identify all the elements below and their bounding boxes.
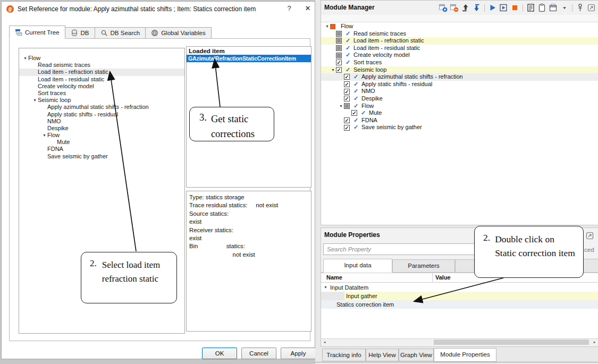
status-check-icon: ✓ xyxy=(344,66,352,74)
module-checkbox[interactable]: ✓ xyxy=(344,81,350,87)
panel-menu-icon[interactable] xyxy=(587,3,596,12)
ok-button[interactable]: OK xyxy=(202,348,237,359)
scroll-right-icon[interactable]: ▸ xyxy=(591,339,598,345)
help-button[interactable]: ? xyxy=(284,4,294,14)
run-flow-icon[interactable] xyxy=(499,3,508,12)
report-icon[interactable] xyxy=(526,3,535,12)
module-checkbox[interactable] xyxy=(336,45,342,51)
prop-row-statics-correction-item[interactable]: Statics correction item xyxy=(321,300,598,309)
expander-icon[interactable]: ▾ xyxy=(330,66,336,74)
scroll-left-icon[interactable]: ◂ xyxy=(321,339,328,345)
mm-tree-row-flow[interactable]: ▾✓Flow xyxy=(321,103,598,110)
tab-global-variables[interactable]: Global Variables xyxy=(146,27,212,39)
module-checkbox[interactable]: ✓ xyxy=(344,125,350,131)
tree-item-label: Flow xyxy=(47,132,60,139)
callout-select-load-item: 2. Select load item refraction static xyxy=(81,252,177,303)
dlg-tree-row-flow[interactable]: ▾Flow xyxy=(19,55,184,62)
module-checkbox[interactable]: ✓ xyxy=(344,89,350,95)
expander-icon[interactable]: ▾ xyxy=(32,97,38,104)
tab-db[interactable]: DB xyxy=(65,27,95,39)
bottom-tab-help-view[interactable]: Help View xyxy=(366,349,399,361)
dlg-tree-row-sort-traces[interactable]: ▾Sort traces xyxy=(19,90,184,97)
loaded-item-header: Loaded item xyxy=(187,47,311,55)
module-checkbox[interactable] xyxy=(336,31,342,37)
mm-tree-row-seismic-loop[interactable]: ▾✓✓Seismic loop xyxy=(321,66,598,74)
column-divider[interactable] xyxy=(432,273,433,283)
prop-row-input-gather[interactable]: Input gather xyxy=(321,292,598,300)
mm-tree-row-flow[interactable]: ▾Flow xyxy=(321,23,598,30)
mm-tree-row-save-seismic-by-gather[interactable]: ▾✓✓Save seismic by gather xyxy=(321,124,598,131)
module-checkbox[interactable]: ✓ xyxy=(344,117,350,123)
caret-down-icon[interactable] xyxy=(560,3,569,12)
apply-button[interactable]: Apply xyxy=(281,348,316,359)
expander-icon[interactable]: ▾ xyxy=(22,55,28,62)
bottom-tab-graph-view[interactable]: Graph View xyxy=(399,349,434,361)
module-checkbox[interactable]: ✓ xyxy=(336,67,342,73)
bottom-tab-tracking-info[interactable]: Tracking info xyxy=(322,349,366,361)
module-checkbox[interactable] xyxy=(336,53,342,58)
update-down-icon[interactable] xyxy=(472,3,481,12)
loaded-item-selected[interactable]: GAzimutalRefractionStaticCorrectionItem xyxy=(187,55,311,62)
pin-icon[interactable] xyxy=(576,3,585,12)
module-checkbox[interactable] xyxy=(344,103,350,109)
module-checkbox[interactable]: ✓ xyxy=(344,96,350,101)
mm-tree-row-load-item-residual-static[interactable]: ▾✓Load item - residual static xyxy=(321,45,598,52)
scrollbar-thumb[interactable] xyxy=(434,340,589,345)
stop-icon[interactable] xyxy=(510,3,519,12)
dlg-tree-row-despike[interactable]: ▾Despike xyxy=(19,125,184,132)
mm-tree-row-despike[interactable]: ▾✓✓Despike xyxy=(321,95,598,103)
mm-tree-row-sort-traces[interactable]: ▾✓✓Sort traces xyxy=(321,59,598,66)
expander-icon[interactable]: ▾ xyxy=(41,132,47,139)
tab-parameters[interactable]: Parameters xyxy=(392,259,455,273)
dlg-tree-row-apply-azimuthal-static-shifts-refraction[interactable]: ▾Apply azimuthal static shifts - refract… xyxy=(19,104,184,111)
expander-icon[interactable]: ▾ xyxy=(324,23,330,30)
mm-tree-row-nmo[interactable]: ▾✓✓NMO xyxy=(321,88,598,95)
new-window-icon[interactable] xyxy=(549,3,558,12)
dlg-tree-row-save-seismic-by-gather[interactable]: ▾Save seismic by gather xyxy=(19,153,184,160)
dlg-tree-row-seismic-loop[interactable]: ▾Seismic loop xyxy=(19,97,184,104)
dlg-tree-row-load-item-refraction-static[interactable]: ▾Load item - refraction static xyxy=(19,69,184,75)
dlg-tree-row-fdna[interactable]: ▾FDNA xyxy=(19,146,184,153)
tree-icon xyxy=(15,29,22,36)
remove-module-icon[interactable] xyxy=(450,3,459,12)
mm-tree-row-read-seismic-traces[interactable]: ▾✓Read seismic traces xyxy=(321,30,598,38)
status-check-icon: ✓ xyxy=(344,37,352,45)
expander-icon[interactable]: ▾ xyxy=(338,103,344,110)
cancel-button[interactable]: Cancel xyxy=(241,348,276,359)
commit-up-icon[interactable] xyxy=(461,3,470,12)
mm-tree-row-load-item-refraction-static[interactable]: ▾✓Load item - refraction static xyxy=(321,37,598,45)
dlg-tree-row-read-seismic-traces[interactable]: ▾Read seismic traces xyxy=(19,62,184,69)
module-checkbox[interactable]: ✓ xyxy=(344,74,350,80)
tab-input-data[interactable]: Input data xyxy=(323,259,392,273)
paste-icon[interactable] xyxy=(537,3,546,12)
dlg-tree-row-apply-static-shifts-residual[interactable]: ▾Apply static shifts - residual xyxy=(19,111,184,118)
mm-tree-row-fdna[interactable]: ▾✓✓FDNA xyxy=(321,117,598,124)
dlg-tree-row-flow[interactable]: ▾Flow xyxy=(19,132,184,139)
dlg-tree-row-nmo[interactable]: ▾NMO xyxy=(19,118,184,125)
module-manager-tree[interactable]: ▾Flow▾✓Read seismic traces▾✓Load item - … xyxy=(321,23,598,225)
mm-tree-row-mute[interactable]: ▾✓✓Mute xyxy=(321,109,598,117)
run-icon[interactable] xyxy=(488,3,497,12)
dlg-tree-row-load-item-residual-static[interactable]: ▾Load item - residual static xyxy=(19,76,184,83)
module-checkbox[interactable]: ✓ xyxy=(351,110,357,116)
application-window: g Set Reference for module: Apply azimut… xyxy=(0,0,598,364)
tree-item-label: Sort traces xyxy=(38,90,66,97)
horizontal-scrollbar[interactable]: ◂ ▸ xyxy=(321,338,598,345)
expander-icon[interactable]: ▾ xyxy=(323,283,329,292)
module-manager-header: Module Manager xyxy=(321,1,598,15)
bottom-tab-module-properties[interactable]: Module Properties xyxy=(434,348,496,362)
dlg-tree-row-create-velocity-model[interactable]: ▾Create velocity model xyxy=(19,83,184,90)
mm-tree-row-create-velocity-model[interactable]: ▾✓Create velocity model xyxy=(321,52,598,59)
tab-db-search[interactable]: DB Search xyxy=(95,27,146,39)
status-check-icon: ✓ xyxy=(352,73,360,81)
module-checkbox[interactable] xyxy=(336,38,342,44)
close-icon[interactable]: ✕ xyxy=(302,4,313,14)
dlg-tree-row-mute[interactable]: ▾Mute xyxy=(19,139,184,146)
float-panel-icon[interactable] xyxy=(585,231,594,240)
module-checkbox[interactable]: ✓ xyxy=(336,60,342,65)
prop-row-input-dataitem[interactable]: ▾Input DataItem xyxy=(321,283,598,292)
tab-current-tree[interactable]: Current Tree xyxy=(9,26,65,39)
add-module-icon[interactable] xyxy=(439,3,448,12)
mm-tree-row-apply-static-shifts-residual[interactable]: ▾✓✓Apply static shifts - residual xyxy=(321,81,598,88)
mm-tree-row-apply-azimuthal-static-shifts-refraction[interactable]: ▾✓✓Apply azimuthal static shifts - refra… xyxy=(321,73,598,81)
